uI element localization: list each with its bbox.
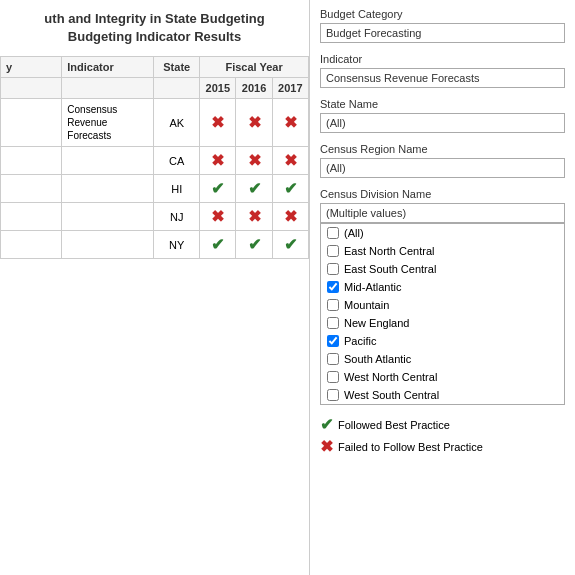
cell-result: ✔ — [200, 175, 236, 203]
fail-mark: ✖ — [211, 152, 224, 169]
col-subheader-indicator — [62, 78, 154, 99]
division-item-label: West North Central — [344, 371, 437, 383]
budget-category-label: Budget Category — [320, 8, 565, 20]
division-checkbox[interactable] — [327, 371, 339, 383]
division-checkbox[interactable] — [327, 389, 339, 401]
division-item-label: New England — [344, 317, 409, 329]
cell-result: ✖ — [272, 203, 308, 231]
fail-mark: ✖ — [248, 152, 261, 169]
cell-result: ✔ — [236, 231, 272, 259]
cell-result: ✖ — [272, 147, 308, 175]
col-header-indicator: Indicator — [62, 57, 154, 78]
cell-indicator — [62, 203, 154, 231]
pass-mark: ✔ — [211, 180, 224, 197]
cell-category — [1, 99, 62, 147]
division-checkbox[interactable] — [327, 335, 339, 347]
cell-state: NJ — [154, 203, 200, 231]
cell-category — [1, 231, 62, 259]
col-header-fiscal-year: Fiscal Year — [200, 57, 309, 78]
cell-result: ✖ — [236, 99, 272, 147]
cell-indicator — [62, 175, 154, 203]
census-region-filter: Census Region Name (All) — [320, 143, 565, 178]
page-title: uth and Integrity in State Budgeting Bud… — [0, 10, 309, 56]
division-dropdown-item[interactable]: West South Central — [321, 386, 564, 404]
division-item-label: West South Central — [344, 389, 439, 401]
cell-category — [1, 147, 62, 175]
cell-result: ✖ — [200, 203, 236, 231]
cell-indicator — [62, 231, 154, 259]
cell-state: HI — [154, 175, 200, 203]
census-division-select[interactable]: (Multiple values) — [320, 203, 565, 223]
census-division-filter: Census Division Name (Multiple values) (… — [320, 188, 565, 405]
fail-mark: ✖ — [284, 208, 297, 225]
pass-mark: ✔ — [284, 180, 297, 197]
indicator-filter: Indicator Consensus Revenue Forecasts — [320, 53, 565, 88]
division-item-label: East South Central — [344, 263, 436, 275]
cell-result: ✖ — [236, 147, 272, 175]
indicator-label: Indicator — [320, 53, 565, 65]
census-region-select[interactable]: (All) — [320, 158, 565, 178]
census-region-label: Census Region Name — [320, 143, 565, 155]
division-dropdown-item[interactable]: (All) — [321, 224, 564, 242]
fail-mark: ✖ — [211, 114, 224, 131]
col-subheader-category — [1, 78, 62, 99]
cell-indicator — [62, 147, 154, 175]
col-year-2015: 2015 — [200, 78, 236, 99]
table-row: NJ✖✖✖ — [1, 203, 309, 231]
cell-result: ✖ — [200, 99, 236, 147]
census-division-dropdown: (All)East North CentralEast South Centra… — [320, 223, 565, 405]
division-dropdown-item[interactable]: Mid-Atlantic — [321, 278, 564, 296]
budget-category-select[interactable]: Budget Forecasting — [320, 23, 565, 43]
cell-category — [1, 203, 62, 231]
state-name-select[interactable]: (All) — [320, 113, 565, 133]
division-dropdown-item[interactable]: Mountain — [321, 296, 564, 314]
division-item-label: South Atlantic — [344, 353, 411, 365]
division-dropdown-item[interactable]: East South Central — [321, 260, 564, 278]
cell-result: ✖ — [272, 99, 308, 147]
indicator-select[interactable]: Consensus Revenue Forecasts — [320, 68, 565, 88]
table-row: CA✖✖✖ — [1, 147, 309, 175]
cell-state: AK — [154, 99, 200, 147]
cell-result: ✔ — [200, 231, 236, 259]
fail-mark: ✖ — [284, 114, 297, 131]
division-item-label: (All) — [344, 227, 364, 239]
division-dropdown-item[interactable]: East North Central — [321, 242, 564, 260]
cell-result: ✔ — [272, 175, 308, 203]
cell-result: ✖ — [200, 147, 236, 175]
fail-label: Failed to Follow Best Practice — [338, 441, 483, 453]
results-table: y Indicator State Fiscal Year — [0, 56, 309, 259]
census-division-label: Census Division Name — [320, 188, 565, 200]
division-dropdown-item[interactable]: New England — [321, 314, 564, 332]
division-dropdown-item[interactable]: West North Central — [321, 368, 564, 386]
state-name-filter: State Name (All) — [320, 98, 565, 133]
table-row: NY✔✔✔ — [1, 231, 309, 259]
budget-category-filter: Budget Category Budget Forecasting — [320, 8, 565, 43]
fail-mark: ✖ — [284, 152, 297, 169]
fail-mark: ✖ — [211, 208, 224, 225]
right-panel: Budget Category Budget Forecasting Indic… — [310, 0, 575, 575]
state-name-label: State Name — [320, 98, 565, 110]
col-header-state: State — [154, 57, 200, 78]
cell-result: ✔ — [272, 231, 308, 259]
col-subheader-state — [154, 78, 200, 99]
results-table-wrapper: y Indicator State Fiscal Year — [0, 56, 309, 259]
division-checkbox[interactable] — [327, 245, 339, 257]
division-checkbox[interactable] — [327, 263, 339, 275]
pass-mark: ✔ — [211, 236, 224, 253]
division-dropdown-item[interactable]: South Atlantic — [321, 350, 564, 368]
col-year-2016: 2016 — [236, 78, 272, 99]
cell-category — [1, 175, 62, 203]
pass-icon: ✔ — [320, 415, 333, 434]
pass-mark: ✔ — [284, 236, 297, 253]
division-checkbox[interactable] — [327, 227, 339, 239]
cell-state: CA — [154, 147, 200, 175]
division-item-label: Pacific — [344, 335, 376, 347]
division-item-label: Mid-Atlantic — [344, 281, 401, 293]
division-dropdown-item[interactable]: Pacific — [321, 332, 564, 350]
division-checkbox[interactable] — [327, 299, 339, 311]
legend-pass: ✔ Followed Best Practice — [320, 415, 565, 434]
division-checkbox[interactable] — [327, 317, 339, 329]
col-header-category: y — [1, 57, 62, 78]
division-checkbox[interactable] — [327, 281, 339, 293]
division-checkbox[interactable] — [327, 353, 339, 365]
